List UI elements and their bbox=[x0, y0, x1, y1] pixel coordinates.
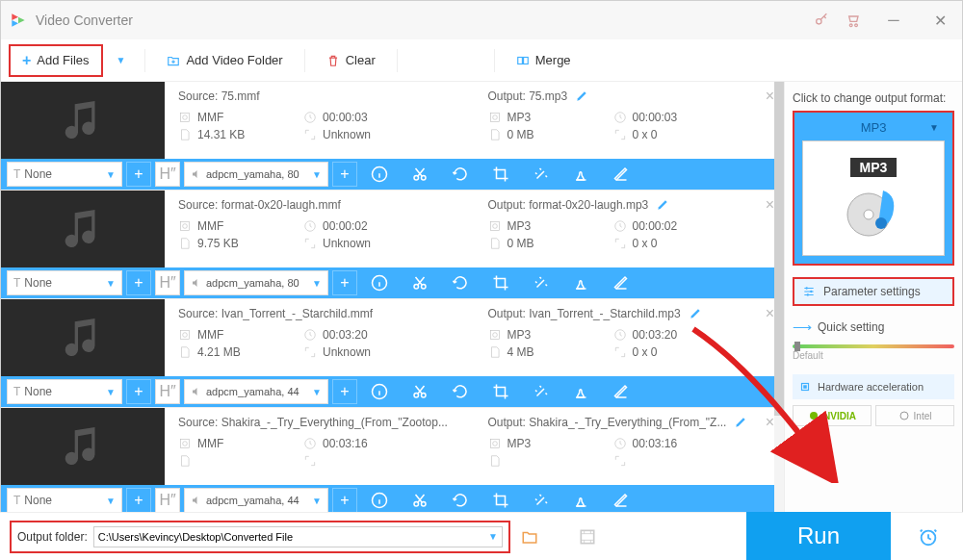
format-select[interactable]: MP3 ▼ bbox=[802, 120, 945, 135]
add-audio-button[interactable]: + bbox=[332, 162, 357, 187]
thumbnail[interactable] bbox=[1, 82, 165, 159]
disc-icon bbox=[845, 181, 902, 239]
info-icon[interactable] bbox=[371, 165, 388, 183]
file-row: Source: 75.mmf MMF 00:00:03 14.31 KB Unk… bbox=[1, 82, 784, 191]
audio-value: adpcm_yamaha, 80 bbox=[206, 277, 299, 289]
edit-icon[interactable] bbox=[689, 307, 702, 320]
add-subtitle-button[interactable]: + bbox=[126, 270, 151, 295]
hardsub-button[interactable]: H″ bbox=[155, 270, 180, 295]
out-dim: 0 x 0 bbox=[633, 237, 658, 250]
subtitle-select[interactable]: TNone ▼ bbox=[7, 488, 122, 513]
subtitle-select[interactable]: TNone ▼ bbox=[7, 379, 122, 404]
watermark-icon[interactable] bbox=[573, 492, 590, 509]
hardsub-button[interactable]: H″ bbox=[155, 488, 180, 513]
close-button[interactable]: ✕ bbox=[925, 6, 954, 35]
info-icon[interactable] bbox=[371, 492, 388, 509]
add-audio-button[interactable]: + bbox=[332, 379, 357, 404]
rotate-icon[interactable] bbox=[452, 383, 469, 400]
cut-icon[interactable] bbox=[411, 274, 429, 292]
rotate-icon[interactable] bbox=[452, 274, 469, 292]
remove-button[interactable]: × bbox=[766, 414, 774, 431]
effects-icon[interactable] bbox=[533, 492, 550, 509]
subtitle-edit-icon[interactable] bbox=[613, 165, 631, 183]
edit-icon[interactable] bbox=[734, 416, 747, 429]
svg-point-48 bbox=[900, 412, 908, 420]
svg-point-34 bbox=[492, 442, 497, 446]
hw-label: Hardware acceleration bbox=[818, 381, 924, 393]
watermark-icon[interactable] bbox=[573, 165, 590, 183]
rotate-icon[interactable] bbox=[452, 492, 469, 509]
info-icon[interactable] bbox=[371, 274, 388, 292]
intel-badge: Intel bbox=[875, 405, 954, 426]
remove-button[interactable]: × bbox=[766, 88, 774, 105]
output-folder-input[interactable]: C:\Users\Kevincy\Desktop\Converted File … bbox=[93, 526, 503, 547]
merge-button[interactable]: Merge bbox=[505, 47, 583, 73]
add-audio-button[interactable]: + bbox=[332, 270, 357, 295]
clear-button[interactable]: Clear bbox=[315, 47, 387, 73]
effects-icon[interactable] bbox=[533, 383, 550, 400]
svg-point-41 bbox=[875, 217, 887, 229]
watermark-icon[interactable] bbox=[573, 274, 590, 292]
add-audio-button[interactable]: + bbox=[332, 488, 357, 513]
audio-select[interactable]: adpcm_yamaha, 80 ▼ bbox=[184, 270, 328, 295]
sidebar: Click to change output format: MP3 ▼ MP3 bbox=[784, 82, 962, 559]
subtitle-edit-icon[interactable] bbox=[613, 492, 631, 509]
file-list: Source: 75.mmf MMF 00:00:03 14.31 KB Unk… bbox=[1, 82, 784, 559]
subtitle-edit-icon[interactable] bbox=[613, 274, 631, 292]
clock-icon bbox=[613, 437, 627, 450]
quick-setting-row[interactable]: ⟶ Quick setting bbox=[793, 319, 954, 335]
crop-icon[interactable] bbox=[492, 383, 509, 400]
svg-rect-46 bbox=[803, 385, 807, 389]
remove-button[interactable]: × bbox=[766, 305, 774, 322]
alarm-icon[interactable] bbox=[918, 526, 939, 547]
parameter-settings-button[interactable]: Parameter settings bbox=[793, 277, 954, 306]
audio-select[interactable]: adpcm_yamaha, 44 ▼ bbox=[184, 488, 328, 513]
rotate-icon[interactable] bbox=[452, 165, 469, 183]
audio-select[interactable]: adpcm_yamaha, 44 ▼ bbox=[184, 379, 328, 404]
film-icon[interactable] bbox=[578, 527, 597, 547]
audio-select[interactable]: adpcm_yamaha, 80 ▼ bbox=[184, 162, 328, 187]
watermark-icon[interactable] bbox=[573, 383, 590, 400]
edit-icon[interactable] bbox=[656, 198, 669, 212]
add-files-dropdown[interactable]: ▼ bbox=[107, 55, 136, 65]
cart-icon[interactable] bbox=[846, 13, 862, 28]
effects-icon[interactable] bbox=[533, 274, 550, 292]
crop-icon[interactable] bbox=[492, 165, 509, 183]
hardware-accel-toggle[interactable]: Hardware acceleration bbox=[793, 374, 954, 399]
svg-rect-1 bbox=[518, 57, 523, 64]
quality-slider[interactable] bbox=[793, 344, 954, 348]
minimize-button[interactable]: ─ bbox=[879, 6, 908, 35]
effects-icon[interactable] bbox=[533, 165, 550, 183]
thumbnail[interactable] bbox=[1, 191, 165, 267]
thumbnail[interactable] bbox=[1, 408, 165, 485]
format-box[interactable]: MP3 ▼ MP3 bbox=[793, 111, 954, 266]
svg-point-40 bbox=[864, 210, 873, 219]
key-icon[interactable] bbox=[814, 13, 829, 28]
run-button[interactable]: Run bbox=[746, 512, 891, 560]
subtitle-value: None bbox=[24, 385, 52, 398]
add-subtitle-button[interactable]: + bbox=[126, 162, 151, 187]
scrollbar[interactable] bbox=[774, 82, 784, 559]
browse-folder-icon[interactable] bbox=[520, 528, 539, 546]
chip-icon bbox=[798, 380, 812, 394]
remove-button[interactable]: × bbox=[766, 196, 774, 214]
add-files-button[interactable]: + Add Files bbox=[9, 44, 103, 77]
thumbnail[interactable] bbox=[1, 299, 165, 376]
edit-icon[interactable] bbox=[575, 89, 588, 103]
info-icon[interactable] bbox=[371, 383, 388, 400]
cut-icon[interactable] bbox=[411, 492, 429, 509]
hardsub-button[interactable]: H″ bbox=[155, 379, 180, 404]
hardsub-button[interactable]: H″ bbox=[155, 162, 180, 187]
add-folder-button[interactable]: Add Video Folder bbox=[155, 47, 294, 73]
add-subtitle-button[interactable]: + bbox=[126, 488, 151, 513]
clock-icon bbox=[613, 219, 627, 233]
add-subtitle-button[interactable]: + bbox=[126, 379, 151, 404]
crop-icon[interactable] bbox=[492, 274, 509, 292]
subtitle-select[interactable]: TNone ▼ bbox=[7, 270, 122, 295]
out-duration: 00:03:16 bbox=[633, 437, 678, 450]
crop-icon[interactable] bbox=[492, 492, 509, 509]
cut-icon[interactable] bbox=[411, 383, 429, 400]
subtitle-select[interactable]: TNone ▼ bbox=[7, 162, 122, 187]
cut-icon[interactable] bbox=[411, 165, 429, 183]
subtitle-edit-icon[interactable] bbox=[613, 383, 631, 400]
